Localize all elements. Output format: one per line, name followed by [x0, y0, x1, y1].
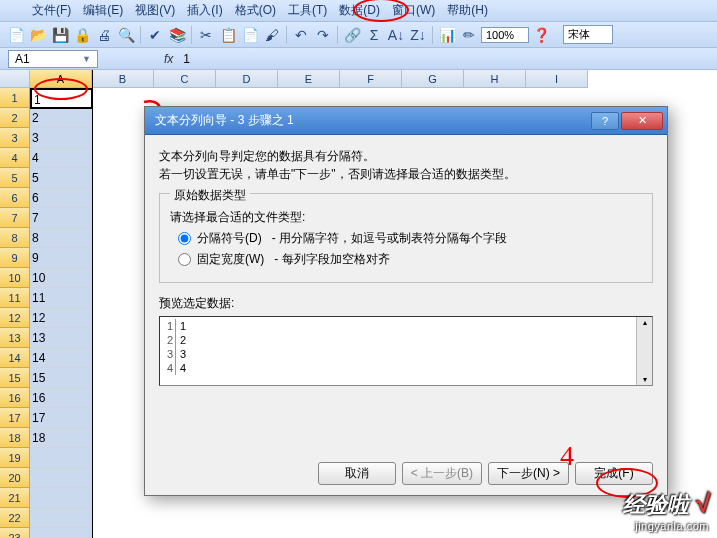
cell-A15[interactable]: 15	[30, 368, 92, 388]
menu-data[interactable]: 数据(D)	[333, 0, 386, 21]
column-header-A[interactable]: A	[30, 70, 92, 88]
menu-tools[interactable]: 工具(T)	[282, 0, 333, 21]
paste-icon[interactable]: 📄	[240, 25, 260, 45]
sort-desc-icon[interactable]: Z↓	[408, 25, 428, 45]
cell-A7[interactable]: 7	[30, 208, 92, 228]
column-header-C[interactable]: C	[154, 70, 216, 88]
dropdown-icon[interactable]: ▼	[82, 54, 91, 64]
row-header-19[interactable]: 19	[0, 448, 30, 468]
cell-A20[interactable]	[30, 468, 92, 488]
dialog-close-button[interactable]: ✕	[621, 112, 663, 130]
scroll-down-icon[interactable]: ▾	[642, 374, 648, 385]
row-header-18[interactable]: 18	[0, 428, 30, 448]
dialog-titlebar[interactable]: 文本分列向导 - 3 步骤之 1 ? ✕	[145, 107, 667, 135]
radio-delimited[interactable]	[178, 232, 191, 245]
help-icon[interactable]: ❓	[531, 25, 551, 45]
formula-bar[interactable]: 1	[183, 52, 190, 66]
menu-file[interactable]: 文件(F)	[26, 0, 77, 21]
row-header-2[interactable]: 2	[0, 108, 30, 128]
column-header-F[interactable]: F	[340, 70, 402, 88]
menu-format[interactable]: 格式(O)	[229, 0, 282, 21]
preview-icon[interactable]: 🔍	[116, 25, 136, 45]
select-all-corner[interactable]	[0, 70, 30, 88]
cell-A14[interactable]: 14	[30, 348, 92, 368]
row-header-17[interactable]: 17	[0, 408, 30, 428]
row-header-22[interactable]: 22	[0, 508, 30, 528]
dialog-help-button[interactable]: ?	[591, 112, 619, 130]
menu-edit[interactable]: 编辑(E)	[77, 0, 129, 21]
spell-icon[interactable]: ✔	[145, 25, 165, 45]
cell-A13[interactable]: 13	[30, 328, 92, 348]
row-header-21[interactable]: 21	[0, 488, 30, 508]
menu-help[interactable]: 帮助(H)	[441, 0, 494, 21]
cell-A23[interactable]	[30, 528, 92, 538]
redo-icon[interactable]: ↷	[313, 25, 333, 45]
cell-A4[interactable]: 4	[30, 148, 92, 168]
row-header-20[interactable]: 20	[0, 468, 30, 488]
row-header-15[interactable]: 15	[0, 368, 30, 388]
cell-A5[interactable]: 5	[30, 168, 92, 188]
new-icon[interactable]: 📄	[6, 25, 26, 45]
row-header-11[interactable]: 11	[0, 288, 30, 308]
row-header-5[interactable]: 5	[0, 168, 30, 188]
row-header-10[interactable]: 10	[0, 268, 30, 288]
radio-fixed-row[interactable]: 固定宽度(W) - 每列字段加空格对齐	[178, 251, 642, 268]
permission-icon[interactable]: 🔒	[72, 25, 92, 45]
row-header-3[interactable]: 3	[0, 128, 30, 148]
row-header-8[interactable]: 8	[0, 228, 30, 248]
row-header-1[interactable]: 1	[0, 88, 30, 108]
cell-A11[interactable]: 11	[30, 288, 92, 308]
save-icon[interactable]: 💾	[50, 25, 70, 45]
row-header-6[interactable]: 6	[0, 188, 30, 208]
cell-A19[interactable]	[30, 448, 92, 468]
font-input[interactable]: 宋体	[563, 25, 613, 44]
cell-A8[interactable]: 8	[30, 228, 92, 248]
column-header-E[interactable]: E	[278, 70, 340, 88]
menu-insert[interactable]: 插入(I)	[181, 0, 228, 21]
cell-A3[interactable]: 3	[30, 128, 92, 148]
column-header-G[interactable]: G	[402, 70, 464, 88]
cell-A22[interactable]	[30, 508, 92, 528]
undo-icon[interactable]: ↶	[291, 25, 311, 45]
cell-A21[interactable]	[30, 488, 92, 508]
menu-window[interactable]: 窗口(W)	[386, 0, 441, 21]
cell-A6[interactable]: 6	[30, 188, 92, 208]
column-header-B[interactable]: B	[92, 70, 154, 88]
row-header-7[interactable]: 7	[0, 208, 30, 228]
preview-scrollbar[interactable]: ▴ ▾	[636, 317, 652, 385]
name-box[interactable]: A1 ▼	[8, 50, 98, 68]
menu-view[interactable]: 视图(V)	[129, 0, 181, 21]
cell-A16[interactable]: 16	[30, 388, 92, 408]
drawing-icon[interactable]: ✏	[459, 25, 479, 45]
row-header-16[interactable]: 16	[0, 388, 30, 408]
hyperlink-icon[interactable]: 🔗	[342, 25, 362, 45]
row-header-14[interactable]: 14	[0, 348, 30, 368]
row-header-23[interactable]: 23	[0, 528, 30, 538]
finish-button[interactable]: 完成(F)	[575, 462, 653, 485]
cancel-button[interactable]: 取消	[318, 462, 396, 485]
column-header-I[interactable]: I	[526, 70, 588, 88]
scroll-up-icon[interactable]: ▴	[642, 317, 648, 328]
cell-A2[interactable]: 2	[30, 108, 92, 128]
cell-A17[interactable]: 17	[30, 408, 92, 428]
column-header-D[interactable]: D	[216, 70, 278, 88]
cell-A1[interactable]: 1	[30, 88, 93, 109]
open-icon[interactable]: 📂	[28, 25, 48, 45]
copy-icon[interactable]: 📋	[218, 25, 238, 45]
radio-delimited-row[interactable]: 分隔符号(D) - 用分隔字符，如逗号或制表符分隔每个字段	[178, 230, 642, 247]
row-header-12[interactable]: 12	[0, 308, 30, 328]
column-header-H[interactable]: H	[464, 70, 526, 88]
cut-icon[interactable]: ✂	[196, 25, 216, 45]
row-header-13[interactable]: 13	[0, 328, 30, 348]
research-icon[interactable]: 📚	[167, 25, 187, 45]
row-header-4[interactable]: 4	[0, 148, 30, 168]
chart-icon[interactable]: 📊	[437, 25, 457, 45]
radio-fixed-width[interactable]	[178, 253, 191, 266]
print-icon[interactable]: 🖨	[94, 25, 114, 45]
format-painter-icon[interactable]: 🖌	[262, 25, 282, 45]
autosum-icon[interactable]: Σ	[364, 25, 384, 45]
cell-A9[interactable]: 9	[30, 248, 92, 268]
sort-asc-icon[interactable]: A↓	[386, 25, 406, 45]
cell-A18[interactable]: 18	[30, 428, 92, 448]
fx-label[interactable]: fx	[164, 52, 173, 66]
